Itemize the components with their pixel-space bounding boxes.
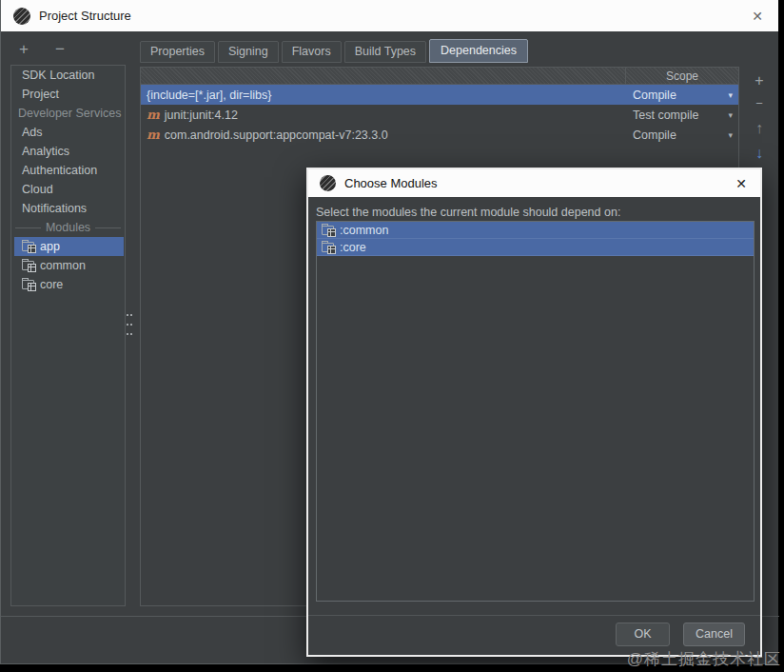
dialog-buttons: OK Cancel	[616, 623, 745, 646]
screenshot-root: Project Structure ✕ + − Properties Signi…	[0, 0, 784, 672]
dialog-button-separator	[308, 615, 760, 616]
tab-properties[interactable]: Properties	[140, 41, 215, 63]
dependency-name: {include=[*.jar], dir=libs}	[141, 89, 625, 102]
chevron-down-icon: ▾	[728, 130, 733, 140]
sidebar-splitter-handle[interactable]	[127, 314, 132, 341]
tab-signing[interactable]: Signing	[218, 41, 279, 63]
sidebar: SDK Location Project Developer Services …	[10, 65, 126, 606]
module-icon	[22, 261, 34, 270]
sidebar-item-sdk-location[interactable]: SDK Location	[11, 66, 125, 85]
dialog-title: Choose Modules	[344, 176, 438, 190]
scope-column-header[interactable]: Scope	[625, 68, 738, 85]
sidebar-modules-separator: Modules	[11, 218, 125, 237]
window-titlebar: Project Structure ✕	[1, 0, 778, 31]
table-row[interactable]: m junit:junit:4.12 Test compile ▾	[141, 105, 738, 125]
remove-dependency-icon[interactable]: −	[748, 93, 771, 116]
move-down-icon[interactable]: ↓	[748, 141, 771, 166]
sidebar-item-label: common	[40, 259, 86, 272]
sidebar-item-notifications[interactable]: Notifications	[11, 199, 125, 218]
cancel-button[interactable]: Cancel	[683, 623, 745, 646]
add-dependency-icon[interactable]: +	[748, 69, 771, 93]
module-icon	[22, 280, 34, 289]
sidebar-item-app[interactable]: app	[14, 237, 124, 256]
dialog-instruction-label: Select the modules the current module sh…	[316, 206, 620, 219]
watermark: @稀土掘金技术社区	[627, 648, 781, 670]
module-label: :common	[340, 224, 388, 237]
ok-button[interactable]: OK	[616, 623, 670, 646]
table-side-toolbar: + − ↑ ↓	[742, 69, 776, 166]
dialog-close-icon[interactable]: ✕	[732, 174, 751, 193]
tab-dependencies[interactable]: Dependencies	[429, 39, 528, 63]
sidebar-item-core[interactable]: core	[11, 275, 125, 294]
tab-flavors[interactable]: Flavors	[282, 41, 342, 63]
dependency-name: m com.android.support:appcompat-v7:23.3.…	[141, 128, 625, 142]
tab-bar: Properties Signing Flavors Build Types D…	[140, 39, 528, 63]
sidebar-item-project[interactable]: Project	[11, 85, 125, 104]
list-item-common[interactable]: :common	[317, 222, 754, 239]
window-title: Project Structure	[39, 9, 131, 23]
table-row[interactable]: m com.android.support:appcompat-v7:23.3.…	[141, 125, 738, 145]
sidebar-item-analytics[interactable]: Analytics	[11, 142, 125, 161]
table-row[interactable]: {include=[*.jar], dir=libs} Compile ▾	[141, 85, 738, 105]
sidebar-item-label: app	[40, 240, 60, 253]
window-close-icon[interactable]: ✕	[748, 7, 767, 26]
sidebar-item-cloud[interactable]: Cloud	[11, 180, 125, 199]
move-up-icon[interactable]: ↑	[748, 116, 771, 141]
module-label: :core	[340, 241, 366, 254]
chevron-down-icon: ▾	[728, 90, 733, 100]
scope-value: Test compile	[633, 109, 698, 122]
sidebar-section-developer-services: Developer Services	[11, 104, 125, 123]
scope-dropdown[interactable]: Test compile ▾	[625, 109, 738, 122]
table-header: Scope	[141, 68, 738, 85]
sidebar-item-ads[interactable]: Ads	[11, 123, 125, 142]
maven-icon: m	[147, 108, 160, 122]
scope-dropdown[interactable]: Compile ▾	[625, 128, 738, 142]
remove-icon[interactable]: −	[50, 40, 69, 59]
module-icon	[22, 242, 34, 251]
android-studio-icon	[13, 8, 30, 25]
module-icon	[322, 243, 334, 252]
scope-dropdown[interactable]: Compile ▾	[625, 89, 738, 102]
dependency-name: m junit:junit:4.12	[141, 108, 625, 122]
module-icon	[322, 226, 334, 235]
dialog-titlebar: Choose Modules ✕	[308, 169, 760, 197]
add-icon[interactable]: +	[14, 40, 33, 59]
maven-icon: m	[147, 128, 160, 142]
choose-modules-dialog: Choose Modules ✕ Select the modules the …	[306, 168, 762, 657]
android-studio-icon	[320, 175, 336, 191]
sidebar-item-common[interactable]: common	[11, 256, 125, 275]
modules-list: :common :core	[316, 221, 755, 602]
list-item-core[interactable]: :core	[317, 239, 754, 256]
sidebar-toolbar: + −	[14, 40, 69, 59]
scope-value: Compile	[633, 128, 676, 142]
sidebar-modules-label: Modules	[46, 221, 90, 234]
sidebar-item-label: core	[40, 278, 63, 291]
sidebar-item-authentication[interactable]: Authentication	[11, 161, 125, 180]
tab-build-types[interactable]: Build Types	[344, 41, 426, 63]
scope-value: Compile	[633, 89, 676, 102]
chevron-down-icon: ▾	[728, 110, 733, 120]
